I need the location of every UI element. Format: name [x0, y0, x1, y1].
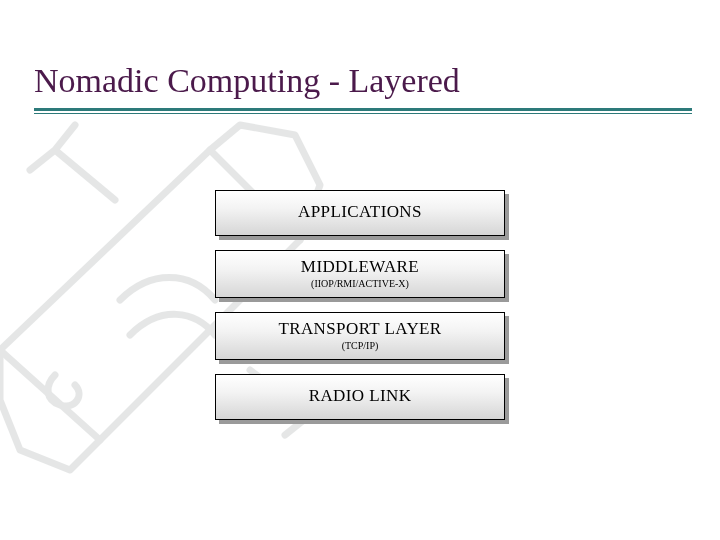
layer-label: MIDDLEWARE — [301, 257, 419, 277]
slide-title: Nomadic Computing - Layered — [34, 62, 460, 100]
layer-radio-link: RADIO LINK — [215, 374, 505, 420]
layer-middleware: MIDDLEWARE (IIOP/RMI/ACTIVE-X) — [215, 250, 505, 298]
title-underline — [34, 108, 692, 114]
layer-sublabel: (IIOP/RMI/ACTIVE-X) — [311, 278, 409, 289]
layer-label: TRANSPORT LAYER — [278, 319, 441, 339]
layer-transport: TRANSPORT LAYER (TCP/IP) — [215, 312, 505, 360]
layer-label: RADIO LINK — [309, 386, 412, 406]
layer-label: APPLICATIONS — [298, 202, 422, 222]
layer-applications: APPLICATIONS — [215, 190, 505, 236]
layer-sublabel: (TCP/IP) — [342, 340, 379, 351]
layer-stack: APPLICATIONS MIDDLEWARE (IIOP/RMI/ACTIVE… — [215, 190, 505, 420]
